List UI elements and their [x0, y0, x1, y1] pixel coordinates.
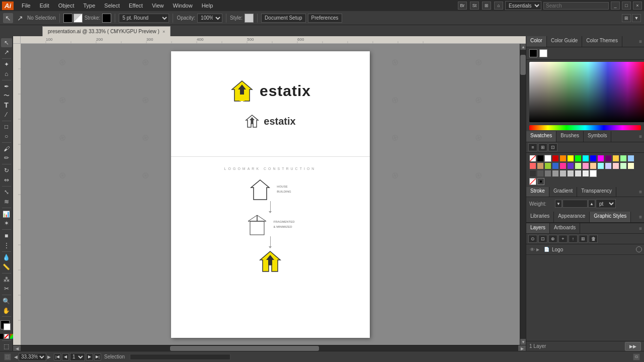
swatch-mid-gray-1[interactable] — [537, 170, 544, 177]
menu-effect[interactable]: Effect — [125, 2, 147, 10]
swatch-red[interactable] — [552, 155, 559, 162]
swatch-pale-green[interactable] — [575, 162, 582, 169]
swatch-black[interactable] — [537, 155, 544, 162]
gradient-tool[interactable]: ■ — [1, 231, 12, 240]
gpu-icon[interactable]: G — [633, 353, 640, 360]
ellipse-tool[interactable]: ○ — [1, 132, 12, 141]
swatch-mid-gray-2[interactable] — [544, 170, 551, 177]
search-input[interactable] — [543, 2, 609, 10]
zoom-select[interactable]: 33.33% — [19, 353, 46, 361]
menu-object[interactable]: Object — [54, 2, 78, 10]
menu-type[interactable]: Type — [79, 2, 100, 10]
document-tab[interactable]: presentation.ai @ 33.33% ( CMYK/GPU Prev… — [42, 26, 171, 36]
pen-tool[interactable]: ✒ — [1, 82, 12, 91]
swatch-none-2[interactable] — [529, 178, 536, 185]
tab-artboards[interactable]: Artboards — [550, 223, 580, 233]
background-color[interactable] — [4, 323, 11, 330]
scroll-left-button[interactable]: ◀ — [13, 345, 21, 351]
swatch-none[interactable] — [529, 155, 536, 162]
essentials-dropdown[interactable]: Essentials — [505, 1, 541, 10]
kuler-icon[interactable]: St — [470, 2, 479, 10]
graph-tool[interactable]: 📊 — [1, 210, 12, 219]
layer-target-circle[interactable] — [636, 246, 642, 252]
swatch-light-yellow[interactable] — [612, 155, 619, 162]
canvas-area[interactable]: ⊕⊕⊕ ⊕⊕⊕ ⊕⊕⊕ ⊕⊕⊕ ⊕⊕⊕ ⊕⊕⊕ ⊕⊕⊕ ⊕⊕⊕ — [21, 44, 520, 345]
document-setup-button[interactable]: Document Setup — [261, 14, 306, 23]
zoom-prev-button[interactable]: ◀ — [14, 354, 18, 359]
stroke-color-swatch[interactable] — [73, 14, 83, 23]
direct-selection-tool[interactable]: ↗ — [1, 48, 12, 57]
hand-tool[interactable]: ✋ — [1, 306, 12, 315]
swatch-mid-gray-3[interactable] — [552, 170, 559, 177]
measure-tool[interactable]: 📏 — [1, 262, 12, 272]
swatch-light-gray-1[interactable] — [559, 170, 567, 177]
swatch-pale-pink[interactable] — [582, 162, 589, 169]
stroke-color-indicator[interactable] — [102, 14, 111, 23]
reflect-tool[interactable]: ⇔ — [1, 175, 12, 185]
play-icon[interactable]: ▶▶ — [625, 342, 641, 351]
swatch-purple[interactable] — [605, 155, 612, 162]
swatch-registration[interactable] — [537, 178, 544, 185]
artboard-icon[interactable]: ⬚ — [4, 353, 11, 360]
scale-tool[interactable]: ⤡ — [1, 188, 12, 197]
swatch-light-gray-2[interactable] — [567, 170, 574, 177]
horizontal-scrollbar[interactable]: ◀ ▶ — [13, 345, 526, 351]
swatch-pale-red[interactable] — [612, 162, 619, 169]
tab-layers[interactable]: Layers — [526, 223, 550, 233]
tab-color-themes[interactable]: Color Themes — [582, 36, 622, 47]
mesh-tool[interactable]: ⋮ — [1, 241, 12, 250]
blend-tool[interactable]: ⁂ — [1, 275, 12, 284]
tab-stroke[interactable]: Stroke — [526, 187, 549, 197]
prev-page-button[interactable]: ◀ — [62, 353, 69, 360]
swatch-white[interactable] — [544, 155, 551, 162]
move-to-new-layer-button[interactable]: ↑ — [569, 235, 578, 243]
swatch-green[interactable] — [575, 155, 582, 162]
swatch-pink[interactable] — [529, 162, 536, 169]
swatch-peach[interactable] — [590, 162, 597, 169]
zoom-tool[interactable]: 🔍 — [1, 297, 12, 306]
selection-tool[interactable]: ↖ — [1, 38, 12, 47]
menu-file[interactable]: File — [18, 2, 35, 10]
libraries-menu[interactable]: ≡ — [637, 212, 644, 222]
line-tool[interactable]: ∕ — [1, 110, 12, 119]
last-page-button[interactable]: ▶| — [94, 353, 101, 360]
scroll-thumb[interactable] — [520, 55, 526, 75]
menu-view[interactable]: View — [148, 2, 168, 10]
h-scroll-track[interactable] — [21, 345, 518, 351]
bg-color-box[interactable] — [539, 49, 547, 57]
play-button[interactable]: ▶▶ — [625, 342, 641, 351]
workspace-icon[interactable]: ⊞ — [482, 2, 491, 10]
color-mode-none[interactable] — [4, 334, 9, 339]
lasso-tool[interactable]: ⌂ — [1, 69, 12, 78]
sync-icon[interactable]: ⌂ — [494, 2, 503, 10]
swatch-lavender[interactable] — [605, 162, 612, 169]
tab-brushes[interactable]: Brushes — [556, 131, 584, 142]
stroke-weight-down[interactable]: ▼ — [555, 200, 562, 208]
tab-color[interactable]: Color — [526, 36, 547, 47]
page-select[interactable]: 1 — [70, 353, 85, 361]
layer-row-logo[interactable]: 👁 ▶ 📄 Logo — [526, 244, 644, 255]
menu-help[interactable]: Help — [198, 2, 217, 10]
swatch-mid-blue[interactable] — [552, 162, 559, 169]
tab-graphic-styles[interactable]: Graphic Styles — [590, 212, 631, 222]
pencil-tool[interactable]: ✏ — [1, 154, 12, 163]
new-sublayer-button[interactable]: ⊕ — [548, 235, 557, 243]
tab-libraries[interactable]: Libraries — [526, 212, 554, 222]
slice-tool[interactable]: ✂ — [1, 284, 12, 293]
stroke-unit-select[interactable]: pt — [596, 199, 616, 208]
eyedropper-tool[interactable]: 💧 — [1, 253, 12, 262]
swatch-light-blue[interactable] — [627, 155, 634, 162]
swatch-cream[interactable] — [627, 162, 634, 169]
zoom-next-button[interactable]: ▶ — [47, 354, 51, 359]
layer-visibility-icon[interactable]: 👁 — [528, 245, 536, 253]
swatch-lime[interactable] — [544, 162, 551, 169]
menu-edit[interactable]: Edit — [36, 2, 53, 10]
delete-layer-button[interactable]: 🗑 — [589, 235, 598, 243]
close-button[interactable]: × — [633, 2, 642, 10]
scroll-down-button[interactable]: ▼ — [520, 339, 526, 345]
stroke-size-select[interactable]: 5 pt. Round — [119, 14, 169, 23]
swatch-orange[interactable] — [559, 155, 567, 162]
style-swatch[interactable] — [245, 14, 254, 23]
color-mode-color[interactable] — [0, 334, 3, 339]
rotate-tool[interactable]: ↻ — [1, 166, 12, 175]
